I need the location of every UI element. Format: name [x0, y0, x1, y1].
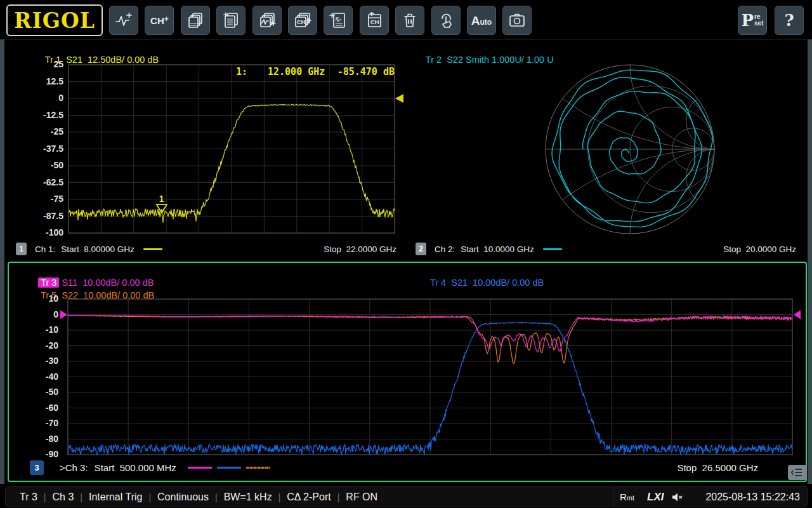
y-tick: -50 [14, 387, 58, 397]
auto-scale-button[interactable]: Auto [467, 6, 496, 35]
ch3-badge[interactable]: 3 [30, 460, 44, 475]
doc-add-channel-button[interactable]: CH [360, 6, 389, 35]
status-item-tr-3[interactable]: Tr 3 [20, 491, 37, 503]
help-button[interactable]: ? [775, 6, 804, 35]
ch2-start[interactable]: Start 10.0000 GHz [461, 244, 534, 254]
stacked-windows-icon [187, 12, 204, 29]
status-separator: | [44, 492, 46, 502]
window2-footer: 2 Ch 2: Start 10.0000 GHz Stop 20.0000 G… [416, 243, 796, 255]
svg-text:1: 1 [159, 194, 164, 204]
status-right-box: Rmt LXI 2025-08-13 15:22:43 [613, 486, 808, 507]
status-item-rf-on[interactable]: RF ON [346, 491, 377, 503]
smith-grid [461, 57, 809, 244]
y-tick: -60 [14, 403, 58, 413]
window3-footer: 3 >Ch 3: Start 500.000 MHz Stop 26.5000 … [30, 460, 785, 475]
delete-button[interactable] [395, 6, 424, 35]
window3-active: Tr 3 S11 10.00dB/ 0.00 dB Tr 4 S21 10.00… [8, 262, 807, 482]
mute-icon[interactable] [672, 492, 684, 502]
menu-collapse-icon [791, 467, 804, 478]
copy-windows-button[interactable] [181, 6, 210, 35]
tr5-swatch [246, 467, 270, 469]
status-item-bw-1-khz[interactable]: BW=1 kHz [224, 491, 272, 503]
datetime: 2025-08-13 15:22:43 [705, 491, 800, 503]
tr4-label[interactable]: Tr 4 [430, 277, 446, 288]
svg-text:CH: CH [297, 19, 305, 25]
lxi-indicator: LXI [647, 491, 664, 504]
status-item-continuous[interactable]: Continuous [157, 491, 209, 503]
y-tick: 0 [14, 309, 58, 319]
tr3-swatch [188, 467, 212, 469]
screenshot-button[interactable] [502, 6, 532, 35]
y-tick: -40 [14, 371, 58, 382]
touch-button[interactable] [431, 6, 461, 35]
add-channel-button[interactable]: CH+ [145, 6, 174, 35]
status-separator: | [80, 492, 82, 502]
window-trace-plus-icon [258, 12, 276, 29]
trace-plus-icon [115, 12, 133, 29]
tr2-swatch [543, 248, 562, 250]
tr4-swatch [217, 467, 241, 469]
remote-indicator: Rmt [620, 491, 634, 502]
doc-ch-plus-icon: CH [365, 12, 384, 29]
window2-smith-plot[interactable] [409, 57, 809, 244]
status-bar: Tr 3|Ch 3|Internal Trig|Continuous|BW=1 … [0, 485, 812, 508]
preset-button[interactable]: P re set [738, 6, 767, 35]
y-tick: -10 [14, 324, 58, 335]
window1-footer: 1 Ch 1: Start 8.00000 GHz Stop 22.0000 G… [16, 243, 396, 255]
doc-trace-plus-icon [329, 12, 347, 29]
tr3-ref-arrow-right[interactable] [794, 311, 801, 319]
status-item-internal-trig[interactable]: Internal Trig [89, 491, 142, 503]
auto-icon: Auto [471, 15, 492, 27]
y-tick: -90 [14, 449, 58, 459]
doc-add-trace-button[interactable] [324, 6, 353, 35]
status-separator: | [148, 492, 151, 502]
window3-plot[interactable] [56, 293, 805, 468]
vna-screen: RIGOL CH+CHCHAuto P re set ? Tr 1 S21 12… [0, 0, 812, 508]
window-ch-plus-icon: CH [293, 12, 312, 29]
trash-icon [402, 12, 417, 29]
ch-plus-icon: CH+ [150, 15, 169, 25]
camera-icon [508, 12, 526, 29]
y-tick: -30 [14, 356, 58, 366]
tr3-ref-arrow-left[interactable] [60, 311, 67, 319]
status-separator: | [337, 492, 340, 502]
y-tick: -20 [14, 340, 58, 351]
ch3-start[interactable]: Start 500.000 MHz [95, 462, 176, 473]
status-separator: | [215, 492, 218, 502]
preset-icon: P re set [741, 11, 763, 30]
window-add-trace-button[interactable] [252, 6, 282, 35]
window-add-channel-button[interactable]: CH [288, 6, 317, 35]
new-report-button[interactable] [216, 6, 246, 35]
y-tick: -70 [14, 418, 58, 428]
ch3-stop[interactable]: Stop 26.5000 GHz [677, 462, 758, 473]
toolbar: RIGOL CH+CHCHAuto P re set ? [0, 0, 812, 40]
add-trace-button[interactable] [109, 6, 138, 35]
status-item-ch-3[interactable]: Ch 3 [53, 491, 74, 503]
ch1-start[interactable]: Start 8.00000 GHz [61, 244, 134, 254]
ch1-badge[interactable]: 1 [16, 243, 27, 255]
ch1-stop[interactable]: Stop 22.0000 GHz [324, 244, 396, 254]
ch2-stop[interactable]: Stop 20.0000 GHz [723, 244, 796, 254]
report-plus-icon [223, 12, 239, 29]
tr1-ref-arrow[interactable] [395, 94, 403, 103]
window-menu-button[interactable] [788, 465, 807, 480]
status-separator: | [278, 492, 281, 502]
status-item-c-2-port[interactable]: CΔ 2-Port [287, 491, 331, 503]
rigol-logo: RIGOL [6, 4, 103, 36]
status-left-box: Tr 3|Ch 3|Internal Trig|Continuous|BW=1 … [5, 486, 617, 507]
touch-icon [438, 12, 454, 29]
y-tick: 10 [14, 293, 58, 304]
ch2-badge[interactable]: 2 [416, 243, 426, 255]
svg-text:CH: CH [370, 18, 379, 25]
tr2-trace [552, 70, 712, 227]
help-icon: ? [784, 11, 794, 30]
y-tick: -80 [14, 434, 58, 444]
tr1-swatch [143, 248, 162, 250]
